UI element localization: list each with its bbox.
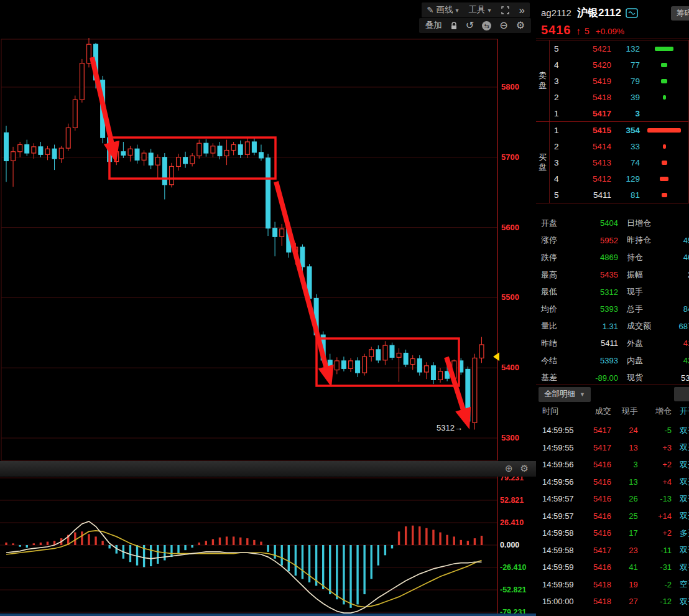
candlestick-chart[interactable]: 5800570056005500540053005312→	[0, 0, 536, 464]
detail-filter-dropdown[interactable]: 全部明细 ▼	[539, 387, 591, 402]
trade-open-close: 多开	[672, 528, 689, 539]
book-volume: 354	[611, 126, 640, 135]
stat-label: 跌停	[536, 252, 573, 263]
stat-value: 4869	[573, 253, 618, 262]
detail-col-header: 现手	[611, 406, 638, 417]
indicator-cycle-icon[interactable]: ⊕	[505, 463, 513, 474]
draw-line-menu[interactable]: ✎ 画线 ▾	[427, 4, 458, 16]
candle	[177, 157, 181, 167]
futures-trading-app: 5800570056005500540053005312→ ✎ 画线 ▾ 工具 …	[0, 0, 689, 616]
candle	[155, 157, 160, 165]
candle	[231, 144, 236, 150]
order-book-row[interactable]: 2541433	[550, 138, 688, 154]
trade-open-close: 双平	[672, 425, 689, 436]
indicator-settings-icon[interactable]: ⚙	[520, 463, 529, 474]
macd-tick: 0.000	[500, 541, 519, 549]
stat-value: 5393	[573, 356, 618, 365]
book-level: 2	[550, 142, 569, 151]
tools-menu[interactable]: 工具 ▾	[469, 4, 491, 16]
stat-label: 昨结	[536, 338, 573, 349]
trade-position-change: +2	[638, 460, 672, 469]
stat-value: 84.9	[667, 304, 689, 314]
order-book-row[interactable]: 4542077	[550, 57, 688, 73]
stat-label: 总手	[618, 304, 667, 315]
book-level: 1	[550, 126, 569, 135]
undo-icon[interactable]: ↺	[466, 21, 474, 30]
book-volume-bar	[655, 47, 673, 51]
order-book-row[interactable]: 55421132	[550, 40, 688, 57]
stat-label: 振幅	[618, 269, 667, 281]
corner-button[interactable]: 筹码	[671, 6, 689, 21]
stat-value: 5952	[573, 236, 618, 245]
trade-price: 5416	[581, 494, 611, 503]
candle	[218, 146, 222, 156]
trade-time: 15:00:00	[536, 597, 581, 606]
candle	[11, 152, 16, 161]
trade-volume: 26	[611, 494, 638, 503]
compare-icon[interactable]: ⇆	[482, 21, 491, 30]
order-book-row[interactable]: 3541374	[550, 154, 688, 170]
detail-row: 14:59:59541819-2空平	[536, 576, 689, 594]
price-line: 5416 ↑ 5 +0.09%	[541, 23, 624, 37]
chevron-down-icon: ▾	[455, 7, 458, 14]
trade-open-close: 双开	[672, 459, 689, 470]
book-volume: 81	[611, 190, 640, 200]
trade-position-change: -31	[638, 562, 672, 572]
indicator-toolbar: ⊕ ⚙	[0, 461, 536, 477]
book-bar-container	[640, 47, 688, 51]
stat-label: 现手	[618, 286, 667, 297]
toolbar-row-2: 叠加 ↺ ⇆ ⊖ ⚙	[419, 18, 531, 33]
chart-pane: 5800570056005500540053005312→ ✎ 画线 ▾ 工具 …	[0, 0, 537, 616]
trade-position-change: +2	[638, 528, 672, 538]
order-book-row[interactable]: 2541839	[550, 89, 688, 105]
overlay-button[interactable]: 叠加	[425, 20, 442, 31]
candle	[73, 100, 77, 128]
contract-badge-icon[interactable]	[626, 8, 638, 18]
detail-row: 14:59:55541724-5双平	[536, 422, 689, 439]
trade-open-close: 双平	[672, 596, 689, 607]
candle	[121, 152, 126, 156]
fullscreen-icon[interactable]	[501, 6, 509, 14]
trade-price: 5417	[581, 443, 611, 452]
candle	[479, 345, 484, 358]
order-book-row[interactable]: 15415354	[550, 122, 688, 138]
book-price: 5420	[569, 60, 611, 70]
detail-col-header: 增仓	[638, 406, 672, 417]
macd-tick: 26.410	[500, 518, 524, 527]
current-price-marker	[493, 352, 499, 361]
candle	[238, 144, 243, 154]
book-bar-container	[640, 193, 688, 197]
order-book-row[interactable]: 45412129	[550, 170, 688, 187]
detail-row: 14:59:59541641-31双平	[536, 559, 689, 576]
detail-row: 14:59:58541723-11双平	[536, 542, 689, 559]
candle	[39, 147, 43, 154]
trade-position-change: -11	[638, 546, 672, 555]
candle	[266, 158, 271, 228]
order-book-row[interactable]: 154173	[550, 105, 688, 121]
stat-value: 2.2	[667, 270, 689, 279]
detail-corner-button[interactable]	[674, 387, 689, 401]
stat-row: 昨结5411外盘41.9	[536, 335, 689, 352]
stat-label: 外盘	[618, 338, 667, 349]
book-volume: 77	[611, 60, 640, 70]
bottom-border	[0, 614, 536, 616]
more-tools-icon[interactable]: »	[519, 5, 525, 16]
trade-time: 14:59:55	[536, 443, 581, 452]
candle	[211, 146, 215, 153]
zoom-out-icon[interactable]: ⊖	[499, 21, 507, 30]
buy-side-label: 买盘	[536, 122, 550, 203]
order-book-row[interactable]: 3541979	[550, 73, 688, 89]
lock-icon[interactable]	[450, 22, 458, 30]
order-book-row[interactable]: 5541181	[550, 187, 688, 203]
trade-time: 14:59:58	[536, 546, 581, 555]
stat-row: 最高5435振幅2.2	[536, 266, 689, 284]
toolbar-row-1: ✎ 画线 ▾ 工具 ▾ »	[422, 2, 530, 17]
book-level: 1	[550, 109, 569, 118]
detail-row: 15:00:00541827-12双平	[536, 593, 689, 610]
last-price: 5416	[541, 23, 571, 37]
trade-price: 5418	[581, 580, 611, 589]
stat-label: 持仓	[618, 252, 667, 263]
trade-time: 14:59:59	[536, 562, 581, 572]
trade-position-change: +14	[638, 511, 672, 521]
chart-settings-icon[interactable]: ⚙	[516, 21, 525, 30]
